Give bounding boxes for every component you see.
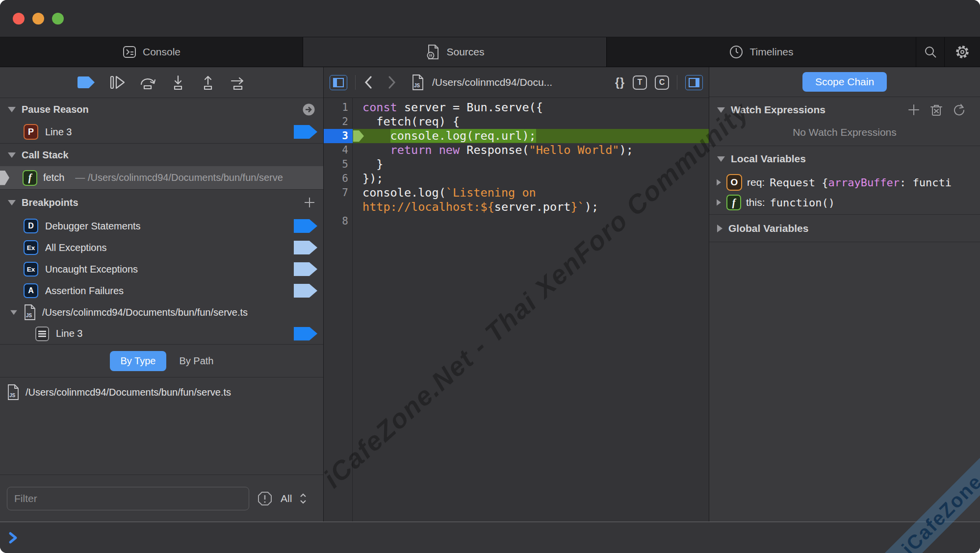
- disclosure-triangle-icon[interactable]: [8, 107, 16, 112]
- code-text: });: [353, 172, 709, 186]
- add-breakpoint-icon[interactable]: [304, 197, 315, 208]
- breakpoint-label: Debugger Statements: [45, 221, 141, 232]
- disclosure-triangle-icon[interactable]: [10, 310, 17, 314]
- gutter-line-number[interactable]: 1: [324, 101, 353, 115]
- step-into-icon[interactable]: [170, 75, 186, 90]
- clear-watch-icon[interactable]: [930, 103, 943, 117]
- breakpoint-file-row[interactable]: JS /Users/colinmcd94/Documents/bun/fun/s…: [0, 302, 323, 323]
- call-stack-header[interactable]: Call Stack: [0, 144, 323, 166]
- tab-sources[interactable]: Sources: [303, 37, 607, 67]
- breakpoint-flag-icon[interactable]: [294, 125, 317, 139]
- code-line: 5 }: [324, 157, 709, 172]
- breakpoint-flag-icon[interactable]: [294, 219, 317, 233]
- disclosure-triangle-icon[interactable]: [8, 152, 16, 158]
- gutter-line-number[interactable]: 4: [324, 143, 353, 157]
- variable-row-this[interactable]: f this: function(): [709, 193, 980, 214]
- code-line: http://localhost:${server.port}`);: [324, 200, 709, 214]
- gutter-line-number[interactable]: 5: [324, 157, 353, 172]
- main-content: Pause Reason P Line 3 Call Stack f f: [0, 67, 980, 522]
- add-watch-icon[interactable]: [907, 103, 920, 116]
- quick-console-bar[interactable]: [0, 522, 980, 553]
- timelines-icon: [729, 45, 744, 59]
- reveal-pause-line-icon[interactable]: [302, 103, 315, 116]
- section-title: Call Stack: [22, 150, 69, 161]
- disclosure-triangle-icon[interactable]: [717, 225, 722, 232]
- breakpoint-row-assertion-failures[interactable]: A Assertion Failures: [0, 280, 323, 302]
- search-button[interactable]: [916, 37, 945, 67]
- refresh-watch-icon[interactable]: [953, 103, 965, 116]
- global-variables-header[interactable]: Global Variables: [709, 215, 980, 242]
- disclosure-triangle-icon[interactable]: [717, 179, 721, 186]
- step-out-icon[interactable]: [200, 75, 216, 90]
- step-next-icon[interactable]: [230, 75, 246, 90]
- toggle-right-sidebar-icon[interactable]: [685, 75, 703, 90]
- debugger-badge-icon: D: [24, 219, 38, 233]
- gutter-line-number[interactable]: 7: [324, 186, 353, 200]
- variable-value: Request {arrayBuffer: functi: [770, 176, 952, 189]
- tab-label: Sources: [446, 46, 484, 58]
- code-editor: 1const server = Bun.serve({2 fetch(req) …: [324, 98, 709, 522]
- scope-chain-button[interactable]: Scope Chain: [802, 72, 887, 92]
- object-badge-icon: O: [726, 174, 742, 191]
- current-frame-indicator-icon: [0, 171, 9, 185]
- breakpoints-toggle-icon[interactable]: [77, 76, 96, 89]
- scope-dropdown-label[interactable]: All: [281, 493, 292, 504]
- breakpoints-header[interactable]: Breakpoints: [0, 190, 323, 215]
- disclosure-triangle-icon[interactable]: [717, 107, 725, 113]
- back-icon[interactable]: [363, 75, 373, 89]
- variable-name: this:: [746, 197, 765, 208]
- step-over-icon[interactable]: [139, 75, 156, 90]
- breakpoint-row-debugger-statements[interactable]: D Debugger Statements: [0, 215, 323, 237]
- resource-path: /Users/colinmcd94/Documents/bun/fun/serv…: [26, 387, 231, 398]
- inspector-tab-bar: Console Sources Timelines: [0, 37, 980, 67]
- filter-input[interactable]: [7, 487, 249, 510]
- forward-icon[interactable]: [387, 75, 397, 89]
- disclosure-triangle-icon[interactable]: [8, 200, 16, 205]
- breakpoint-flag-icon[interactable]: [294, 284, 317, 298]
- gutter-line-number[interactable]: 6: [324, 172, 353, 186]
- disclosure-triangle-icon[interactable]: [717, 156, 725, 162]
- toggle-left-sidebar-icon[interactable]: [330, 75, 347, 90]
- pause-reason-header[interactable]: Pause Reason: [0, 98, 323, 121]
- pause-resume-icon[interactable]: [109, 75, 126, 90]
- svg-text:JS: JS: [9, 393, 16, 398]
- breakpoint-label: Uncaught Exceptions: [45, 264, 138, 275]
- pause-reason-row[interactable]: P Line 3: [0, 121, 323, 144]
- tab-console[interactable]: Console: [0, 37, 303, 67]
- web-inspector-window: Console Sources Timelines: [0, 0, 980, 553]
- segment-by-type[interactable]: By Type: [110, 351, 167, 371]
- gutter-line-number[interactable]: [324, 200, 353, 214]
- breakpoint-flag-icon[interactable]: [294, 241, 317, 254]
- resource-row[interactable]: JS /Users/colinmcd94/Documents/bun/fun/s…: [0, 381, 323, 403]
- settings-button[interactable]: [945, 37, 980, 67]
- variable-row-req[interactable]: O req: Request {arrayBuffer: functi: [709, 172, 980, 193]
- exception-badge-icon: Ex: [24, 240, 38, 255]
- disclosure-triangle-icon[interactable]: [717, 200, 721, 206]
- code-line: 7console.log(`Listening on: [324, 186, 709, 200]
- breakpoint-row-all-exceptions[interactable]: Ex All Exceptions: [0, 237, 323, 258]
- section-title: Watch Expressions: [731, 104, 825, 116]
- pretty-print-icon[interactable]: {}: [615, 76, 625, 89]
- breadcrumb-path[interactable]: /Users/colinmcd94/Docu...: [432, 76, 552, 88]
- debugger-sidebar: Pause Reason P Line 3 Call Stack f f: [0, 67, 324, 522]
- watch-expressions-header[interactable]: Watch Expressions: [709, 97, 980, 123]
- close-window-button[interactable]: [13, 13, 25, 25]
- minimize-window-button[interactable]: [32, 13, 44, 25]
- type-profiler-icon[interactable]: T: [633, 75, 647, 90]
- title-bar: [0, 0, 980, 37]
- local-variables-header[interactable]: Local Variables: [709, 146, 980, 172]
- breakpoint-flag-icon[interactable]: [294, 327, 317, 341]
- issues-filter-icon[interactable]: [257, 491, 273, 506]
- call-stack-frame-row[interactable]: f fetch — /Users/colinmcd94/Documents/bu…: [0, 166, 323, 190]
- breakpoint-line-row[interactable]: Line 3: [0, 323, 323, 345]
- gutter-line-number[interactable]: 2: [324, 115, 353, 129]
- gutter-line-number[interactable]: 3: [324, 129, 353, 143]
- breakpoint-row-uncaught-exceptions[interactable]: Ex Uncaught Exceptions: [0, 258, 323, 280]
- gutter-line-number[interactable]: 8: [324, 214, 353, 228]
- breakpoint-flag-icon[interactable]: [294, 262, 317, 276]
- tab-timelines[interactable]: Timelines: [607, 37, 916, 67]
- code-coverage-icon[interactable]: C: [655, 75, 669, 90]
- zoom-window-button[interactable]: [52, 13, 64, 25]
- segment-by-path[interactable]: By Path: [179, 355, 213, 367]
- stepper-arrows-icon[interactable]: [300, 493, 307, 504]
